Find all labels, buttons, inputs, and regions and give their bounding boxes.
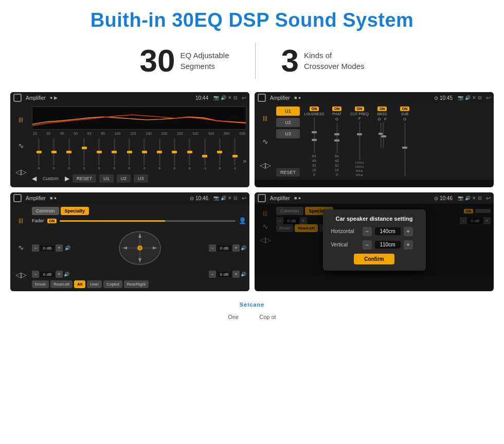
screen3-back[interactable]: ↩ — [242, 195, 246, 202]
fl-channel: − 0 dB + 🔊 — [32, 227, 70, 269]
sidebar-wave-icon[interactable]: ∿ — [18, 141, 24, 150]
person-icon: 👤 — [239, 217, 246, 224]
eq-freq-labels: 253240506380100 125160200250320400500630 — [32, 132, 246, 135]
loudness-slider[interactable] — [314, 117, 315, 153]
eq-u1-btn[interactable]: U1 — [99, 174, 114, 183]
horizontal-plus[interactable]: + — [404, 227, 413, 236]
screen2-sidebar: ⫼ ∿ ◁▷ — [258, 106, 273, 176]
cutfreq-slider[interactable] — [359, 121, 361, 160]
eq-slider-5: 0 — [92, 138, 106, 170]
eq-slider-3: 0 — [62, 138, 76, 170]
fr-plus[interactable]: + — [232, 244, 240, 252]
rearright-btn[interactable]: RearRight — [124, 280, 149, 288]
crossover-text: Kinds of Crossover Modes — [304, 50, 365, 72]
fader-label: Fader — [32, 218, 44, 223]
eq-slider-14: -1 — [228, 138, 242, 170]
eq-controls: ◀ Custom ▶ RESET U1 U2 U3 — [32, 173, 246, 184]
vertical-minus[interactable]: − — [363, 240, 372, 250]
rl-plus[interactable]: + — [56, 271, 63, 278]
screen2-reset[interactable]: RESET — [276, 168, 300, 176]
screen3-vol-icon[interactable]: ◁▷ — [15, 271, 27, 279]
screen2-eq-icon[interactable]: ⫼ — [262, 114, 269, 122]
screen3-sidebar: ⫼ ∿ ◁▷ — [13, 207, 29, 288]
screen1-time: 10:44 — [195, 95, 208, 101]
screen4-back[interactable]: ↩ — [486, 195, 491, 202]
screen2-bar: ⌂ Amplifier ■ ● ⊙ 10:45 📷🔊✕⊟ ↩ — [255, 92, 494, 103]
eq-reset-btn[interactable]: RESET — [73, 174, 96, 183]
fader-row: Fader ON 👤 — [32, 217, 246, 224]
crossover-sections: ON LOUDNESS 64 48 32 16 0 O — [304, 106, 491, 176]
specialty-tab[interactable]: Specialty — [61, 207, 89, 215]
eq-slider-13: 0 — [213, 138, 227, 170]
screen1-content: ⫼ ∿ ◁▷ 253240506380100 12516020025032040… — [10, 103, 249, 187]
screen2-vol-icon[interactable]: ◁▷ — [260, 161, 271, 169]
channel-bottom-row: − 0 dB + 🔊 − 0 dB + 🔊 — [32, 271, 246, 278]
screen3-bottom-buttons: Driver RearLeft All User Copilot RearRig… — [32, 280, 246, 288]
rl-minus[interactable]: − — [32, 271, 39, 278]
rearleft-btn[interactable]: RearLeft — [50, 280, 73, 288]
eq-u3-btn[interactable]: U3 — [134, 174, 148, 183]
fl-minus[interactable]: − — [32, 244, 39, 252]
page-header: Buith-in 30EQ DSP Sound System — [0, 0, 504, 37]
u3-button[interactable]: U3 — [276, 129, 300, 138]
sidebar-vol-icon[interactable]: ◁▷ — [15, 168, 27, 176]
confirm-button[interactable]: Confirm — [354, 254, 394, 264]
watermark-area: Seicane — [0, 297, 504, 310]
screen1-sidebar: ⫼ ∿ ◁▷ — [13, 106, 29, 184]
fr-minus[interactable]: − — [209, 244, 216, 252]
cutfreq-on[interactable]: ON — [355, 106, 365, 111]
screen2-title: Amplifier — [270, 95, 290, 101]
all-btn[interactable]: All — [74, 280, 85, 288]
u2-button[interactable]: U2 — [276, 118, 300, 127]
home-icon[interactable]: ⌂ — [13, 94, 22, 102]
screen2-wave-icon[interactable]: ∿ — [262, 137, 268, 146]
user-btn[interactable]: User — [87, 280, 102, 288]
fl-plus[interactable]: + — [56, 244, 63, 252]
fader-on-btn[interactable]: ON — [47, 219, 57, 223]
speaker-diagram-area — [75, 227, 205, 269]
fader-slider[interactable] — [60, 220, 236, 222]
driver-btn[interactable]: Driver — [32, 280, 49, 288]
spacer — [74, 271, 205, 278]
screen2-back[interactable]: ↩ — [486, 95, 491, 101]
rr-plus[interactable]: + — [232, 271, 240, 278]
back-icon[interactable]: ↩ — [242, 95, 246, 101]
sub-section: ON SUB G — [394, 106, 415, 176]
eq-slider-10: 0 — [168, 138, 182, 170]
common-tab[interactable]: Common — [32, 207, 59, 215]
bass-on[interactable]: ON — [377, 106, 387, 111]
eq-forward-btn[interactable]: ▶ — [65, 175, 69, 182]
rl-val: 0 dB — [40, 272, 55, 277]
vertical-plus[interactable]: + — [404, 240, 413, 250]
phat-on[interactable]: ON — [332, 106, 342, 111]
eq-u2-btn[interactable]: U2 — [117, 174, 131, 183]
eq-stat: 30 EQ Adjustable Segments — [114, 45, 255, 77]
screen3-content: ⫼ ∿ ◁▷ Common Specialty Fader ON — [10, 204, 249, 291]
screen3-home[interactable]: ⌂ — [13, 194, 22, 202]
u1-button[interactable]: U1 — [276, 106, 300, 116]
eq-slider-6: 0 — [107, 138, 121, 170]
channel-top-row: − 0 dB + 🔊 — [32, 227, 246, 269]
screen3-title: Amplifier — [26, 196, 46, 201]
phat-slider[interactable] — [336, 122, 338, 153]
loudness-on[interactable]: ON — [310, 106, 319, 111]
sub-on[interactable]: ON — [400, 106, 410, 111]
horizontal-minus[interactable]: − — [363, 227, 372, 236]
screen3-wave-icon[interactable]: ∿ — [18, 243, 24, 252]
bass-slider-f[interactable] — [383, 122, 384, 148]
fr-val: 0 dB — [217, 245, 231, 251]
screen3-eq-icon[interactable]: ⫼ — [17, 216, 25, 224]
stats-row: 30 EQ Adjustable Segments 3 Kinds of Cro… — [0, 37, 504, 88]
screen4-home[interactable]: ⌂ — [258, 194, 266, 202]
sidebar-eq-icon[interactable]: ⫼ — [17, 115, 25, 123]
eq-back-btn[interactable]: ◀ — [32, 175, 37, 182]
sub-slider[interactable] — [404, 122, 406, 176]
copilot-btn[interactable]: Copilot — [103, 280, 122, 288]
rr-minus[interactable]: − — [209, 271, 216, 278]
speaker-tabs: Common Specialty — [32, 207, 246, 215]
screen1-bar: ⌂ Amplifier ● ▶ 10:44 📷🔊✕⊟ ↩ — [10, 92, 249, 103]
screen2-home-icon[interactable]: ⌂ — [258, 94, 266, 102]
vertical-val: 110cm — [375, 241, 401, 248]
eq-slider-8: 0 — [137, 138, 151, 170]
screen3-status: 📷🔊✕⊟ — [213, 196, 238, 201]
